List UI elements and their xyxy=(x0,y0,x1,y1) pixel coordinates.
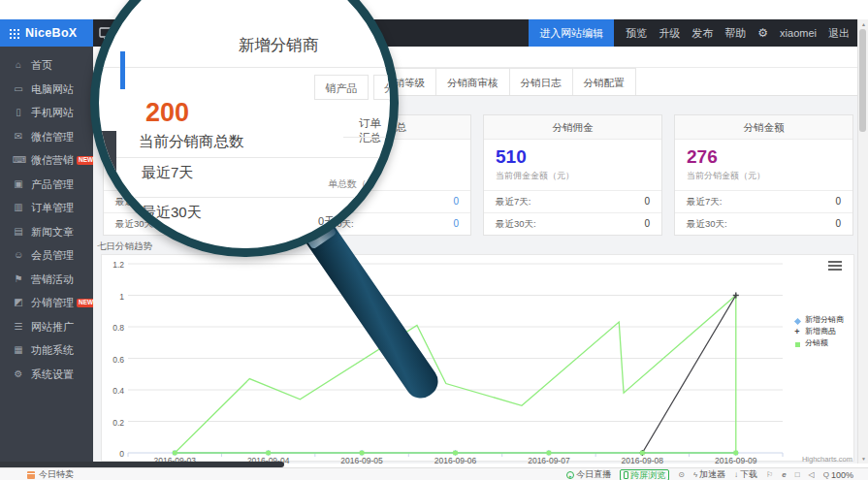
magnified-tab-fragment: 分销 xyxy=(373,75,399,100)
legend-item[interactable]: +新增商品 xyxy=(792,325,844,336)
daily-deal-item[interactable]: 今日特卖 xyxy=(27,468,74,480)
card-subtitle: 当前佣金金额（元） xyxy=(496,170,650,182)
sidebar-item-home[interactable]: ⌂首页 xyxy=(0,53,93,78)
legend-marker-icon xyxy=(792,337,802,347)
sidebar-item-wechat[interactable]: ✉微信管理 xyxy=(0,125,93,149)
taskbar-item-browser[interactable]: e xyxy=(782,471,786,479)
magnified-row-30d: 最近30天 xyxy=(142,204,202,222)
username[interactable]: xiaomei xyxy=(780,27,817,39)
magnified-order-card-row: 0天: xyxy=(318,214,338,229)
series-green-trend xyxy=(175,296,736,454)
taskbar-item-window[interactable]: □ xyxy=(795,471,800,479)
sidebar-item-news[interactable]: ▤新闻文章 xyxy=(0,220,93,244)
taskbar-item-flag[interactable]: ⚐ xyxy=(766,471,773,479)
member-icon: ☺ xyxy=(13,243,24,268)
x-tick-label: 2016-09-08 xyxy=(608,456,676,465)
magnified-card-value: 200 xyxy=(145,100,189,126)
legend-item[interactable]: 新增分销商 xyxy=(792,313,844,325)
sidebar-item-product[interactable]: ▣产品管理 xyxy=(0,173,93,197)
y-tick-label: 0 xyxy=(103,449,124,459)
tab-3[interactable]: 分销日志 xyxy=(509,68,573,95)
y-tick-label: 0.2 xyxy=(103,418,124,428)
taskbar-item-label: 100% xyxy=(831,470,853,480)
sidebar-item-mobile[interactable]: ▯手机网站 xyxy=(0,101,93,125)
sidebar-item-label: 产品管理 xyxy=(31,173,74,197)
card-value: 510 xyxy=(496,147,650,167)
taskbar-item-dial[interactable]: ⊙ xyxy=(678,471,685,479)
logo-text: NiceBoX xyxy=(25,26,78,40)
app-window: NiceBoX 进入网站编辑 预览升级发布帮助 ⚙ xiaomei 退出 ▲ ▼… xyxy=(0,0,868,480)
sidebar-item-desktop[interactable]: ▭电脑网站 xyxy=(0,78,93,102)
vertical-scrollbar-thumb[interactable] xyxy=(859,29,866,132)
stat-card-3: 分销金额276当前分销金额（元）0最近7天:0最近30天: xyxy=(674,114,853,236)
card-stat-value: 0 xyxy=(835,213,841,235)
card-subtitle: 当前分销金额（元） xyxy=(687,170,841,182)
settings-icon: ⚙ xyxy=(13,363,24,387)
sidebar-item-promotion[interactable]: ☰网站推广 xyxy=(0,315,93,339)
nav-link-1[interactable]: 升级 xyxy=(659,26,680,41)
wechat-icon: ✉ xyxy=(13,125,24,149)
taskbar-item-download[interactable]: ↓下载 xyxy=(734,468,757,480)
legend-marker-icon xyxy=(792,314,802,324)
nav-link-3[interactable]: 帮助 xyxy=(724,26,746,41)
taskbar-item-speaker[interactable]: ◁ xyxy=(809,471,815,479)
logout-link[interactable]: 退出 xyxy=(828,26,850,41)
sidebar-item-member[interactable]: ☺会员管理 xyxy=(0,243,93,268)
bottom-taskbar: 今日特卖 ▸今日直播跨屏浏览⊙ϟ加速器↓下载⚐e□◁Q100% xyxy=(0,467,868,480)
sidebar-item-settings[interactable]: ⚙系统设置 xyxy=(0,363,93,387)
card-stat-row: 0最近30天: xyxy=(675,212,852,235)
x-tick-label: 2016-09-05 xyxy=(328,456,396,465)
magnified-logo-edge xyxy=(120,51,125,89)
chart-title: 七日分销趋势 xyxy=(97,240,152,253)
taskbar-item-lightning[interactable]: ϟ加速器 xyxy=(693,468,725,480)
sidebar-item-order[interactable]: ▥订单管理 xyxy=(0,196,93,220)
nav-link-0[interactable]: 预览 xyxy=(626,26,647,41)
sidebar-item-distribution[interactable]: ◩分销管理NEW xyxy=(0,291,93,315)
card-stat-value: 0 xyxy=(453,191,459,212)
sidebar-item-wechat-marketing[interactable]: ⌨微信营销NEW xyxy=(0,148,93,173)
magnified-tab-fragment: 销产品 xyxy=(314,75,369,100)
grid-icon xyxy=(9,28,19,39)
logo[interactable]: NiceBoX xyxy=(0,19,93,47)
legend-label: 新增分销商 xyxy=(805,314,844,325)
sidebar-item-label: 首页 xyxy=(31,53,52,78)
card-title: 分销金额 xyxy=(675,115,852,140)
highcharts-credit[interactable]: Highcharts.com xyxy=(779,455,852,464)
phone-icon xyxy=(624,471,628,479)
taskbar-item-phone[interactable]: 跨屏浏览 xyxy=(620,469,669,480)
promotion-icon: ☰ xyxy=(13,315,24,339)
tab-4[interactable]: 分销配置 xyxy=(572,68,636,95)
taskbar-item-zoom[interactable]: Q100% xyxy=(823,470,853,480)
taskbar-item-play[interactable]: ▸今日直播 xyxy=(566,468,611,480)
legend-item[interactable]: 分销额 xyxy=(792,336,844,348)
nav-link-2[interactable]: 发布 xyxy=(691,26,713,41)
sidebar-item-system[interactable]: ▦功能系统 xyxy=(0,338,93,363)
news-icon: ▤ xyxy=(13,220,24,244)
sidebar-item-campaign[interactable]: ⚑营销活动 xyxy=(0,268,93,292)
x-tick-label: 2016-09-06 xyxy=(422,456,490,465)
tab-2[interactable]: 分销商审核 xyxy=(435,68,510,95)
gift-icon xyxy=(27,471,35,479)
scroll-up-icon[interactable]: ▲ xyxy=(858,21,868,27)
daily-deal-label: 今日特卖 xyxy=(39,468,74,480)
taskbar-item-label: 加速器 xyxy=(699,468,725,480)
sidebar-item-label: 微信营销 xyxy=(31,148,74,173)
sidebar-item-label: 新闻文章 xyxy=(31,220,74,244)
magnified-card-title: 新增分销商 xyxy=(181,35,375,56)
stat-card-2: 分销佣金510当前佣金金额（元）0最近7天:0最近30天: xyxy=(483,114,662,236)
enter-site-edit-button[interactable]: 进入网站编辑 xyxy=(529,19,614,47)
sidebar-item-label: 系统设置 xyxy=(31,363,74,387)
trend-chart xyxy=(102,255,853,461)
sidebar-item-label: 分销管理 xyxy=(31,291,74,315)
x-tick-label: 2016-09-09 xyxy=(702,456,770,465)
magnified-order-card-title: 订单汇总 xyxy=(359,116,390,145)
wechat-marketing-icon: ⌨ xyxy=(13,148,24,173)
chart-menu-icon[interactable] xyxy=(828,261,842,272)
gear-icon[interactable]: ⚙ xyxy=(757,26,768,40)
navbar-links: 预览升级发布帮助 xyxy=(626,26,746,41)
desktop-icon: ▭ xyxy=(13,78,24,102)
taskbar-right: ▸今日直播跨屏浏览⊙ϟ加速器↓下载⚐e□◁Q100% xyxy=(566,468,853,480)
series-新增商品 xyxy=(642,296,735,454)
home-icon: ⌂ xyxy=(13,53,24,78)
scroll-down-icon[interactable]: ▼ xyxy=(858,456,868,462)
